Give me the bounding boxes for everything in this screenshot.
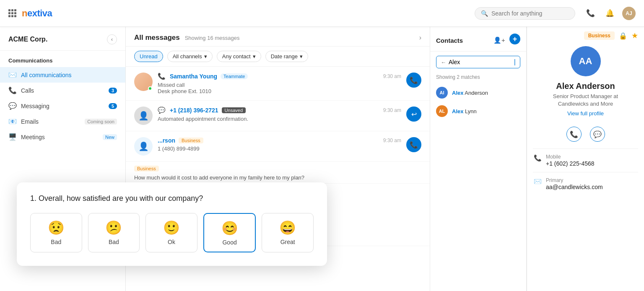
survey-label-5: Great xyxy=(280,239,295,245)
survey-label-2: Bad xyxy=(109,239,119,245)
contact-item[interactable]: AI Alex Anderson xyxy=(430,83,526,102)
survey-emoji-3: 🙂 xyxy=(163,221,180,234)
filter-channels-btn[interactable]: All channels ▾ xyxy=(167,51,213,62)
profile-avatar-area: AA Alex Anderson Senior Product Manager … xyxy=(527,42,644,122)
call-action-btn[interactable]: 📞 xyxy=(406,73,421,88)
star-icon[interactable]: ★ xyxy=(631,31,638,40)
meetings-tag: New xyxy=(103,134,117,140)
survey-options: 😟 Bad 😕 Bad 🙂 Ok 😊 Good 😄 Great xyxy=(30,213,314,252)
calls-badge: 3 xyxy=(109,88,117,94)
survey-option-5[interactable]: 😄 Great xyxy=(262,213,314,252)
msg-avatar xyxy=(134,73,153,91)
reply-action-btn[interactable]: ↩ xyxy=(406,107,421,122)
contacts-actions: 👤+ + xyxy=(493,34,520,47)
sidebar-section-communications: Communications xyxy=(0,51,125,67)
msg-tag: Unsaved xyxy=(222,107,246,113)
add-contact-btn[interactable]: 👤+ xyxy=(493,34,506,47)
survey-label-3: Ok xyxy=(168,239,175,245)
call-action-btn-3[interactable]: 📞 xyxy=(406,137,421,152)
profile-top-actions: Business 🔒 ★ xyxy=(527,27,644,42)
email-label: Primary xyxy=(546,177,603,183)
survey-emoji-1: 😟 xyxy=(48,221,65,234)
survey-label-1: Bad xyxy=(51,239,61,245)
call-type-icon: 📞 xyxy=(158,73,166,80)
sidebar-item-label: Meetings xyxy=(21,134,45,140)
survey-overlay: 1. Overall, how satisfied are you with o… xyxy=(17,182,327,266)
filter-contact-btn[interactable]: Any contact ▾ xyxy=(217,51,261,62)
msg-preview: 1 (480) 899-4899 xyxy=(158,146,401,152)
messages-filters: Unread All channels ▾ Any contact ▾ Date… xyxy=(126,47,430,67)
sidebar-item-calls[interactable]: 📞 Calls 3 xyxy=(0,83,125,98)
expand-messages-btn[interactable]: › xyxy=(419,34,421,42)
search-input[interactable] xyxy=(491,10,569,17)
survey-emoji-2: 😕 xyxy=(105,221,122,234)
mobile-label: Mobile xyxy=(546,154,595,160)
user-avatar[interactable]: AJ xyxy=(622,7,636,20)
add-new-btn[interactable]: + xyxy=(509,34,520,44)
contact-avatar-aa: AI xyxy=(436,87,448,99)
survey-option-2[interactable]: 😕 Bad xyxy=(88,213,140,252)
msg-sub-text: How much would it cost to add everyone i… xyxy=(134,174,421,181)
phone-icon-btn[interactable]: 📞 xyxy=(584,7,597,20)
topnav: nextiva 🔍 📞 🔔 AJ xyxy=(0,0,644,27)
grid-icon[interactable] xyxy=(8,9,17,18)
survey-question: 1. Overall, how satisfied are you with o… xyxy=(30,194,314,203)
survey-emoji-4: 😊 xyxy=(221,221,238,235)
msg-preview: Automated appointment confirmation. xyxy=(158,116,401,122)
mobile-value: +1 (602) 225-4568 xyxy=(546,160,595,167)
all-comm-icon: ✉️ xyxy=(8,71,17,79)
contacts-header: Contacts 👤+ + xyxy=(430,27,526,52)
collapse-sidebar-btn[interactable]: ‹ xyxy=(107,34,117,44)
sidebar-item-messaging[interactable]: 💬 Messaging 5 xyxy=(0,98,125,114)
profile-email-row: ✉️ Primary aa@candlewicks.com xyxy=(527,172,644,195)
msg-body: 📞 Samantha Young Teammate 9:30 am Missed… xyxy=(158,73,401,94)
contacts-search-box: ← | xyxy=(436,56,520,68)
msg-sender-name: Samantha Young xyxy=(170,73,217,80)
profile-panel: Business 🔒 ★ AA Alex Anderson Senior Pro… xyxy=(527,27,644,291)
msg-top: 📞 Samantha Young Teammate 9:30 am xyxy=(158,73,401,80)
message-item[interactable]: 👤 ...rson Business 9:30 am 1 (480) 899-4… xyxy=(126,131,430,162)
emails-icon: 📧 xyxy=(8,117,17,125)
msg-preview-1: Missed call xyxy=(158,82,401,88)
message-item[interactable]: 👤 💬 +1 (218) 396-2721 Unsaved 9:30 am Au… xyxy=(126,101,430,131)
contact-avatar-al: AL xyxy=(436,105,448,117)
message-item[interactable]: 📞 Samantha Young Teammate 9:30 am Missed… xyxy=(126,67,430,101)
logo-area: nextiva xyxy=(8,8,52,19)
business-avatar: 👤 xyxy=(134,137,153,156)
profile-message-btn[interactable]: 💬 xyxy=(590,127,605,142)
sidebar-item-emails[interactable]: 📧 Emails Coming soon xyxy=(0,114,125,129)
sidebar-header: ACME Corp. ‹ xyxy=(0,27,125,51)
survey-option-4[interactable]: 😊 Good xyxy=(203,213,256,252)
survey-option-1[interactable]: 😟 Bad xyxy=(30,213,82,252)
bell-icon-btn[interactable]: 🔔 xyxy=(603,7,616,20)
filter-unread-btn[interactable]: Unread xyxy=(134,51,163,62)
survey-option-3[interactable]: 🙂 Ok xyxy=(145,213,197,252)
cursor-indicator: | xyxy=(514,58,516,66)
messages-count: Showing 16 messages xyxy=(185,35,240,41)
filter-date-btn[interactable]: Date range ▾ xyxy=(265,51,308,62)
search-back-btn[interactable]: ← xyxy=(441,59,446,65)
contact-name-aa: Alex Anderson xyxy=(452,90,488,96)
email-value: aa@candlewicks.com xyxy=(546,184,603,190)
msg-time: 9:30 am xyxy=(383,73,401,79)
profile-call-btn[interactable]: 📞 xyxy=(566,127,582,142)
sidebar-item-all-communications[interactable]: ✉️ All communications xyxy=(0,67,125,83)
view-full-profile-link[interactable]: View full profile xyxy=(567,110,604,117)
contacts-panel: Contacts 👤+ + ← | Showing 2 matches AI A… xyxy=(430,27,527,291)
sidebar-company: ACME Corp. xyxy=(8,36,47,43)
msg-sender-name: ...rson xyxy=(158,137,175,144)
msg-top: 💬 +1 (218) 396-2721 Unsaved 9:30 am xyxy=(158,107,401,114)
sidebar-item-meetings[interactable]: 🖥️ Meetings New xyxy=(0,129,125,145)
email-icon: ✉️ xyxy=(534,178,542,185)
msg-top: ...rson Business 9:30 am xyxy=(158,137,401,144)
survey-emoji-5: 😄 xyxy=(279,221,296,234)
profile-mobile-content: Mobile +1 (602) 225-4568 xyxy=(546,154,595,167)
messages-header: All messages Showing 16 messages › xyxy=(126,27,430,47)
profile-mobile-row: 📞 Mobile +1 (602) 225-4568 xyxy=(527,149,644,172)
contact-item[interactable]: AL Alex Lynn xyxy=(430,102,526,120)
mobile-icon: 📞 xyxy=(534,154,542,162)
msg-body: 💬 +1 (218) 396-2721 Unsaved 9:30 am Auto… xyxy=(158,107,401,122)
contacts-search-input[interactable] xyxy=(449,59,512,65)
meetings-icon: 🖥️ xyxy=(8,133,17,141)
msg-preview-2: Desk phone Ext. 1010 xyxy=(158,88,401,94)
